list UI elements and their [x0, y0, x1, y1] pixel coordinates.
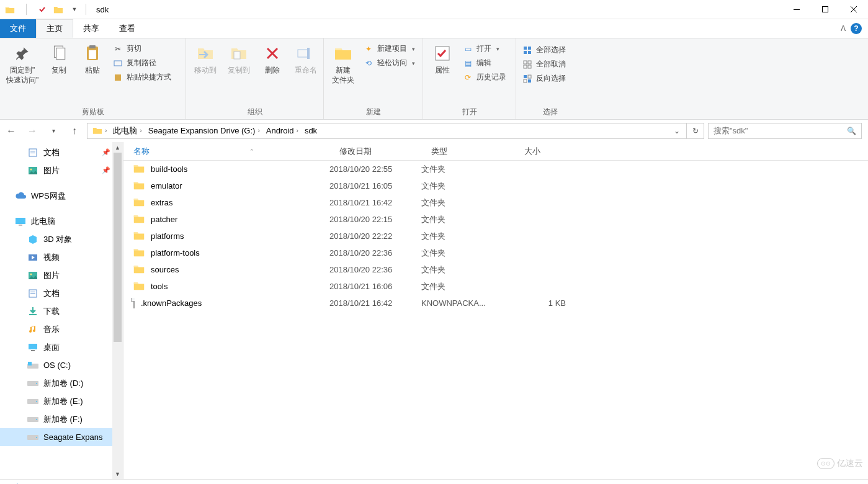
- file-name: emulator: [151, 181, 182, 190]
- recent-dropdown[interactable]: ▾: [45, 122, 62, 140]
- file-row[interactable]: .knownPackages 2018/10/21 16:42 KNOWNPAC…: [123, 295, 868, 311]
- file-row[interactable]: tools 2018/10/21 16:06 文件夹: [123, 278, 868, 295]
- sidebar-item-icon: [27, 270, 38, 281]
- sidebar-pc-item[interactable]: Seagate Expans: [0, 428, 123, 446]
- search-icon[interactable]: 🔍: [847, 127, 856, 135]
- select-none-button[interactable]: 全部取消: [520, 58, 568, 71]
- file-row[interactable]: sources 2018/10/20 22:36 文件夹: [123, 261, 868, 278]
- file-row[interactable]: patcher 2018/10/20 22:15 文件夹: [123, 211, 868, 228]
- tab-file[interactable]: 文件: [0, 19, 36, 38]
- sidebar-pc-item[interactable]: 下载: [0, 302, 123, 320]
- scroll-down-icon[interactable]: ▼: [112, 468, 123, 479]
- sidebar-quick-item[interactable]: 图片📌: [0, 161, 123, 179]
- column-size[interactable]: 大小: [514, 146, 573, 157]
- file-row[interactable]: emulator 2018/10/21 16:05 文件夹: [123, 177, 868, 194]
- file-date: 2018/10/20 22:55: [329, 164, 421, 174]
- sidebar-quick-item[interactable]: 文档📌: [0, 143, 123, 161]
- copy-to-button[interactable]: 复制到: [223, 40, 254, 77]
- svg-rect-16: [528, 51, 531, 54]
- sidebar-pc-item[interactable]: 3D 对象: [0, 230, 123, 248]
- column-name[interactable]: 名称⌃: [123, 146, 329, 157]
- sidebar-pc-item[interactable]: 图片: [0, 266, 123, 284]
- properties-button[interactable]: 属性: [427, 40, 458, 77]
- qat-dropdown-icon[interactable]: ▼: [67, 2, 82, 17]
- select-all-button[interactable]: 全部选择: [520, 43, 568, 56]
- newfolder-icon: [333, 43, 353, 63]
- help-icon[interactable]: ?: [851, 23, 862, 34]
- sidebar-pc-item[interactable]: 视频: [0, 248, 123, 266]
- sidebar-scrollbar[interactable]: ▲ ▼: [112, 142, 123, 479]
- search-box[interactable]: 🔍: [708, 123, 862, 139]
- up-button[interactable]: ↑: [66, 122, 83, 140]
- status-bar: 9 个项目: [0, 479, 868, 484]
- cut-button[interactable]: ✂剪切: [110, 42, 174, 55]
- collapse-ribbon-icon[interactable]: ᐱ: [841, 24, 846, 33]
- address-bar[interactable]: › 此电脑› Seagate Expansion Drive (G:)› And…: [87, 123, 687, 139]
- qat-folder-icon[interactable]: [51, 2, 66, 17]
- group-label-open: 打开: [427, 107, 512, 118]
- file-name: build-tools: [151, 164, 187, 174]
- invert-selection-button[interactable]: 反向选择: [520, 72, 568, 85]
- file-list: 名称⌃ 修改日期 类型 大小 build-tools 2018/10/20 22…: [123, 142, 868, 479]
- sidebar-thispc[interactable]: 此电脑: [0, 212, 123, 230]
- copypath-icon: [113, 58, 123, 68]
- forward-button[interactable]: →: [24, 122, 41, 140]
- sidebar-item-label: 文档: [43, 288, 60, 299]
- qat-properties-icon[interactable]: [35, 2, 50, 17]
- scroll-thumb[interactable]: [114, 153, 122, 342]
- folder-icon: [133, 248, 145, 259]
- history-button[interactable]: ⟳历史记录: [460, 71, 509, 84]
- rename-button[interactable]: 重命名: [290, 40, 321, 77]
- open-button[interactable]: ▭打开▾: [460, 42, 509, 55]
- svg-rect-27: [30, 153, 35, 153]
- column-date[interactable]: 修改日期: [329, 146, 421, 157]
- column-type[interactable]: 类型: [421, 146, 514, 157]
- sidebar-pc-item[interactable]: OS (C:): [0, 356, 123, 374]
- minimize-button[interactable]: [782, 0, 811, 19]
- file-name: platform-tools: [151, 248, 200, 258]
- breadcrumb-root-icon[interactable]: ›: [90, 127, 109, 135]
- back-button[interactable]: ←: [2, 122, 20, 140]
- sidebar-wps[interactable]: WPS网盘: [0, 187, 123, 205]
- pin-icon: 📌: [102, 148, 110, 156]
- sidebar-item-label: 下载: [43, 306, 60, 317]
- svg-rect-42: [28, 362, 32, 365]
- file-row[interactable]: platform-tools 2018/10/20 22:36 文件夹: [123, 244, 868, 261]
- new-folder-button[interactable]: 新建 文件夹: [328, 40, 359, 86]
- tab-home[interactable]: 主页: [36, 19, 73, 38]
- sidebar-pc-item[interactable]: 新加卷 (D:): [0, 374, 123, 392]
- svg-rect-26: [30, 151, 35, 151]
- tab-view[interactable]: 查看: [109, 19, 145, 38]
- scroll-up-icon[interactable]: ▲: [112, 142, 123, 153]
- new-item-button[interactable]: ✦新建项目▾: [361, 42, 418, 55]
- file-row[interactable]: platforms 2018/10/20 22:22 文件夹: [123, 228, 868, 244]
- breadcrumb-item: Seagate Expansion Drive (G:)›: [146, 126, 262, 135]
- refresh-button[interactable]: ↻: [687, 123, 704, 139]
- search-input[interactable]: [714, 126, 847, 135]
- copy-path-button[interactable]: 复制路径: [110, 56, 174, 69]
- sidebar-pc-item[interactable]: 音乐: [0, 320, 123, 338]
- paste-button[interactable]: 粘贴: [77, 40, 108, 77]
- tab-share[interactable]: 共享: [73, 19, 109, 38]
- edit-button[interactable]: ▤编辑: [460, 56, 509, 69]
- copy-button[interactable]: 复制: [43, 40, 74, 77]
- app-folder-icon: [2, 2, 17, 17]
- maximize-button[interactable]: [811, 0, 839, 19]
- sidebar-item-icon: [27, 234, 38, 245]
- address-dropdown-icon[interactable]: ⌄: [670, 127, 684, 135]
- sidebar-pc-item[interactable]: 桌面: [0, 338, 123, 356]
- open-icon: ▭: [463, 44, 473, 54]
- sidebar-pc-item[interactable]: 新加卷 (E:): [0, 392, 123, 410]
- sidebar-pc-item[interactable]: 文档: [0, 284, 123, 302]
- file-row[interactable]: extras 2018/10/21 16:42 文件夹: [123, 194, 868, 211]
- move-to-button[interactable]: 移动到: [190, 40, 221, 77]
- svg-rect-30: [16, 218, 25, 224]
- sidebar-item-label: WPS网盘: [31, 190, 66, 202]
- pin-to-quickaccess-button[interactable]: 固定到" 快速访问": [4, 40, 41, 86]
- paste-shortcut-button[interactable]: 粘贴快捷方式: [110, 71, 174, 84]
- delete-button[interactable]: 删除: [257, 40, 288, 77]
- sidebar-pc-item[interactable]: 新加卷 (F:): [0, 410, 123, 428]
- easy-access-button[interactable]: ⟲轻松访问▾: [361, 56, 418, 69]
- file-row[interactable]: build-tools 2018/10/20 22:55 文件夹: [123, 161, 868, 177]
- close-button[interactable]: [839, 0, 868, 19]
